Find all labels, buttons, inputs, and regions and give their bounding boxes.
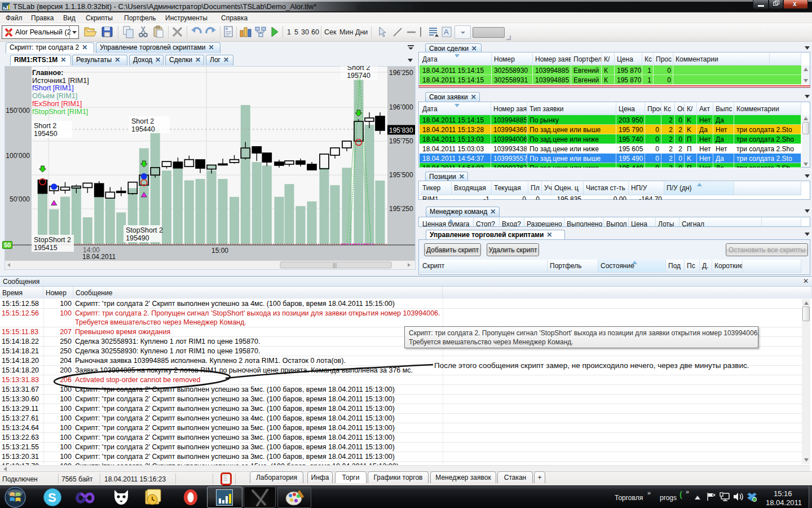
svg-text:196’250: 196’250 xyxy=(389,69,413,77)
svg-text:195490: 195490 xyxy=(126,234,149,242)
svg-text:195450: 195450 xyxy=(34,130,58,138)
svg-text:195415: 195415 xyxy=(34,244,58,252)
svg-text:Объем [RIM1]: Объем [RIM1] xyxy=(32,92,77,100)
svg-text:15:00: 15:00 xyxy=(211,247,228,255)
svg-text:S: S xyxy=(48,491,56,505)
svg-text:195’250: 195’250 xyxy=(389,205,413,213)
svg-text:Источник1 [RIM1]: Источник1 [RIM1] xyxy=(32,77,89,85)
svg-text:195740: 195740 xyxy=(347,72,370,80)
svg-text:A: A xyxy=(444,28,449,36)
svg-text:fExShort [RIM1]: fExShort [RIM1] xyxy=(32,100,82,108)
svg-text:Главное:: Главное: xyxy=(32,69,63,77)
svg-text:fShort [RIM1]: fShort [RIM1] xyxy=(32,84,74,92)
svg-text:195440: 195440 xyxy=(131,125,155,133)
svg-text:195’750: 195’750 xyxy=(389,137,413,145)
svg-text:|||: ||| xyxy=(333,262,337,268)
svg-text:150’000: 150’000 xyxy=(6,107,30,115)
svg-text:18.04.2011: 18.04.2011 xyxy=(82,253,116,261)
svg-text:fStopShort [RIM1]: fStopShort [RIM1] xyxy=(32,108,88,116)
svg-text:195’830: 195’830 xyxy=(389,126,413,134)
svg-text:Short 2: Short 2 xyxy=(34,122,56,130)
svg-text:Short 2: Short 2 xyxy=(347,66,370,72)
svg-text:StopShort 2: StopShort 2 xyxy=(126,226,163,234)
svg-text:Short 2: Short 2 xyxy=(131,117,154,125)
svg-text:100’000: 100’000 xyxy=(6,152,30,160)
svg-text:StopShort 2: StopShort 2 xyxy=(34,236,71,244)
svg-text:196’000: 196’000 xyxy=(389,103,413,111)
svg-text:195’500: 195’500 xyxy=(389,171,413,179)
svg-text:50’000: 50’000 xyxy=(10,195,30,203)
